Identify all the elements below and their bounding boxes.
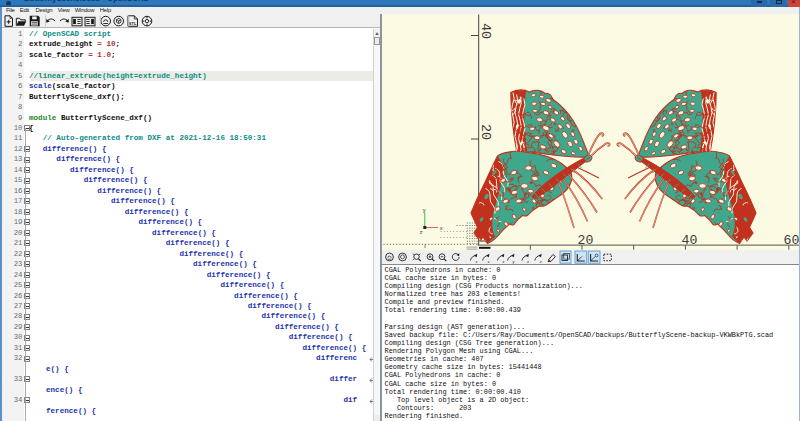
svg-text:STL: STL [129,21,137,26]
svg-text:40: 40 [681,233,697,248]
svg-text:60: 60 [783,233,799,248]
svg-text:z: z [527,258,529,263]
svg-text:y: y [512,258,514,263]
svg-text:x: x [439,225,443,232]
svg-text:20: 20 [577,233,593,248]
svg-text:y: y [422,206,426,213]
svg-text:x: x [487,258,489,263]
svg-text:z: z [539,258,541,263]
svg-text:z: z [419,229,422,236]
svg-text:40: 40 [477,22,492,38]
svg-text:z: z [502,258,504,263]
svg-text:z: z [475,258,477,263]
svg-text:20: 20 [477,123,492,139]
